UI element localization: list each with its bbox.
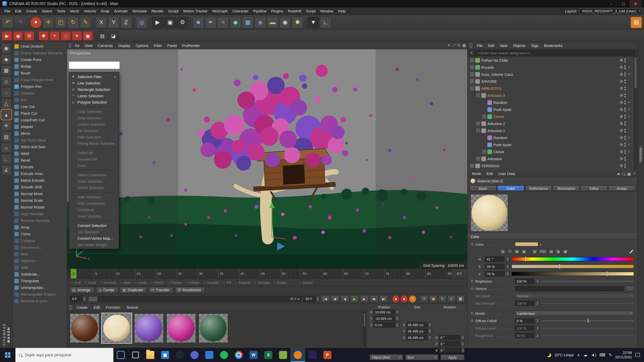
material-section-tab[interactable]: Reflectance	[525, 185, 552, 191]
search-icon[interactable]	[622, 172, 625, 175]
visibility-dots-icon[interactable]	[624, 143, 626, 147]
command-item[interactable]: Undo (Action)	[13, 43, 67, 50]
layout-dropdown[interactable]: RIGHI_REDSHIFT_3_c4d (User)	[579, 8, 642, 14]
sculpt-tool[interactable]: ≈ Scrape	[254, 280, 270, 284]
selection-menu-item[interactable]: Deselect All	[69, 156, 119, 162]
object-row[interactable]: + ARVORE	[468, 78, 637, 85]
enabled-state-icon[interactable]: ✓	[627, 135, 631, 140]
layer-square-icon[interactable]	[620, 122, 623, 125]
command-item[interactable]: Retriangulate N-gons	[13, 291, 67, 298]
expander-icon[interactable]: +	[476, 122, 480, 125]
material-section-tab[interactable]: Color	[498, 185, 524, 191]
record-button[interactable]: ●	[392, 295, 400, 303]
selection-menu-item[interactable]: ◇ Polygon Selection	[69, 99, 119, 105]
camera-button[interactable]: ◉	[280, 16, 291, 28]
spectrum-icon[interactable]: ▦	[514, 249, 520, 254]
timeline-slider[interactable]: 90 F▸	[88, 296, 302, 302]
object-icon[interactable]	[487, 142, 492, 147]
selection-menu-item[interactable]: Hide Unselected	[69, 200, 119, 206]
command-item[interactable]: Split	[13, 264, 67, 271]
kelvin-mode-icon[interactable]: ▧	[548, 249, 554, 254]
enabled-state-icon[interactable]: ✓	[627, 107, 631, 112]
menu-item[interactable]: File	[2, 8, 12, 14]
workplane-button[interactable]: ∟	[320, 16, 332, 28]
layer-square-icon[interactable]	[620, 143, 623, 146]
command-item[interactable]: Clone	[13, 231, 67, 237]
object-icon[interactable]	[475, 65, 480, 69]
selection-menu-item[interactable]: ▼ Selection Filter ▸	[69, 73, 119, 80]
layer-square-icon[interactable]	[620, 94, 623, 97]
render-settings-button[interactable]: ⚙	[177, 16, 188, 28]
selection-menu-item[interactable]: Convert Vertex Map...	[69, 235, 119, 241]
color-wheel-icon[interactable]: ◑	[507, 249, 513, 254]
object-icon[interactable]	[481, 128, 486, 133]
cortana-icon[interactable]	[113, 348, 128, 362]
mograph-button[interactable]: ▦	[242, 16, 254, 28]
key-pla-button[interactable]: ▦	[456, 295, 464, 303]
panel-grip[interactable]	[68, 43, 72, 48]
compact-mode-icon[interactable]: ▩	[562, 249, 568, 254]
object-manager-menu-item[interactable]: Tags	[528, 43, 541, 48]
visibility-dots-icon[interactable]	[624, 72, 626, 76]
discord-icon[interactable]	[187, 348, 202, 362]
object-manager-menu-item[interactable]: View	[497, 43, 510, 48]
scale-tool[interactable]: ◰	[55, 16, 66, 28]
position-field[interactable]: 0 cm	[374, 322, 395, 328]
selection-menu-item[interactable]: Fill Selection	[69, 127, 119, 134]
object-row[interactable]: + Arbustos.2	[468, 120, 637, 127]
material-beige[interactable]	[102, 313, 132, 343]
expander-icon[interactable]: +	[482, 115, 486, 118]
command-item[interactable]: Optimize...	[13, 257, 67, 264]
selection-menu-item[interactable]: Select All	[69, 149, 119, 156]
prev-frame-button[interactable]: ◀	[340, 295, 349, 303]
viewport-corner-icon[interactable]: ⤢	[452, 43, 455, 48]
command-item[interactable]: Subdivide...	[13, 271, 67, 278]
object-tree-scrollbar[interactable]	[634, 57, 637, 170]
key-rotation-button[interactable]: ↻	[438, 295, 446, 303]
lock-z-axis-button[interactable]: Z	[120, 16, 132, 28]
attribute-tab[interactable]: Mode	[470, 171, 484, 176]
enabled-state-icon[interactable]: ✓	[627, 100, 631, 105]
selection-menu-item[interactable]: Outline Selection	[69, 121, 119, 127]
last-tool[interactable]: ✎	[80, 16, 91, 28]
attributes-vertical-tab[interactable]: Attributes	[638, 144, 643, 165]
menu-item[interactable]: Redshift	[286, 8, 304, 14]
goto-start-button[interactable]: |◀	[321, 295, 330, 303]
spinner-arrows-icon[interactable]: ▲▼	[83, 296, 86, 302]
menu-item[interactable]: Sculpt	[166, 8, 181, 14]
texture-browse-button[interactable]: ...	[626, 286, 634, 291]
coordinate-system-button[interactable]: ◎	[136, 16, 148, 28]
saturation-gradient-slider[interactable]	[512, 264, 634, 268]
spinner-arrows-icon[interactable]: ▲▼	[316, 296, 319, 302]
arrange-button[interactable]: ⚄ Randomize	[175, 287, 204, 293]
command-item[interactable]: Frame Selected Elements	[13, 50, 67, 56]
value-gradient-slider[interactable]	[512, 272, 634, 276]
move-tool[interactable]: ✛	[42, 16, 54, 28]
spinner-arrows-icon[interactable]: ▲▼	[462, 348, 464, 353]
menu-item[interactable]: MoGraph	[210, 8, 230, 14]
selection-menu-item[interactable]: Set Selection	[69, 229, 119, 235]
slider-handle[interactable]	[88, 297, 97, 301]
visibility-dots-icon[interactable]	[624, 79, 626, 83]
visibility-dots-icon[interactable]	[624, 121, 626, 125]
selection-menu-item[interactable]: ▭ Rectangle Selection	[69, 86, 119, 92]
word-icon[interactable]: W	[246, 348, 261, 362]
command-item[interactable]: Brush	[13, 70, 67, 76]
visibility-dots-icon[interactable]	[624, 164, 626, 168]
command-item[interactable]: Extrude Inner	[13, 170, 67, 177]
panel-grip[interactable]	[470, 43, 472, 48]
shader-button[interactable]: ◪	[108, 31, 118, 40]
sculpt-tool[interactable]: ≈ Select	[294, 280, 312, 284]
command-item[interactable]: Stitch and Sew	[13, 143, 67, 150]
command-item[interactable]: Untriangulate...	[13, 284, 67, 291]
undo-icon[interactable]: ↶	[2, 16, 14, 28]
brightness-field[interactable]: 100 %	[515, 278, 534, 284]
command-item[interactable]: Matrix Extrude	[13, 177, 67, 184]
percent-mode-icon[interactable]: ▨	[555, 249, 561, 254]
notepadpp-icon[interactable]	[276, 348, 290, 362]
enabled-state-icon[interactable]: ✓	[627, 149, 631, 154]
expander-icon[interactable]: +	[470, 79, 474, 83]
object-row[interactable]: Random ✓	[468, 99, 637, 106]
size-field[interactable]: 45.495 cm	[406, 322, 428, 328]
material-menu-item[interactable]: Texture	[124, 305, 141, 310]
